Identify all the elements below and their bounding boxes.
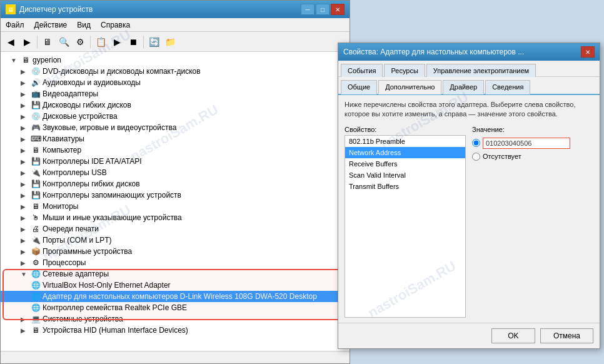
tree-item-system[interactable]: ▶ 💻 Системные устройства [1,313,350,325]
prop-network-address[interactable]: Network Address [345,147,465,158]
menu-file[interactable]: Файл [1,19,29,30]
expand-icon[interactable]: ▶ [21,226,31,233]
tab-resources[interactable]: Ресурсы [384,64,425,77]
usb-icon: 🔌 [31,168,41,178]
expand-icon[interactable]: ▶ [21,158,31,165]
expand-icon[interactable]: ▶ [21,260,31,266]
tree-item-monitors[interactable]: ▶ 🖥 Мониторы [1,201,350,212]
tree-item-root[interactable]: ▼ 🖥 gyperion [1,54,350,66]
tree-item-sound[interactable]: ▶ 🎮 Звуковые, игровые и видеоустройства [1,122,350,133]
property-column-label: Свойство: [345,126,466,133]
radio-present[interactable] [472,139,480,147]
tab-details[interactable]: Сведения [485,80,530,94]
tree-item-audio[interactable]: ▶ 🔊 Аудиовходы и аудиовыходы [1,77,350,88]
tree-item-virtualbox[interactable]: 🌐 VirtualBox Host-Only Ethernet Adapter [1,280,350,291]
tree-item-keyboard[interactable]: ▶ ⌨ Клавиатуры [1,133,350,144]
tree-item-ports[interactable]: ▶ 🔌 Порты (COM и LPT) [1,235,350,246]
expand-icon[interactable]: ▼ [21,271,31,278]
expand-icon[interactable]: ▶ [21,124,31,131]
expand-icon[interactable]: ▶ [21,102,31,109]
tree-item-print[interactable]: ▶ 🖨 Очереди печати [1,223,350,235]
dialog-close-button[interactable]: ✕ [581,46,595,58]
tree-item-software[interactable]: ▶ 📦 Программные устройства [1,246,350,257]
tree-item-hid[interactable]: ▶ 🖥 Устройства HID (Human Interface Devi… [1,325,350,336]
main-window: 🖥 Диспетчер устройств ─ □ ✕ Файл Действи… [0,0,350,364]
expand-icon[interactable]: ▶ [21,215,31,221]
tree-item-video[interactable]: ▶ 📺 Видеоадаптеры [1,88,350,99]
maximize-button[interactable]: □ [316,4,330,15]
tree-item-usb[interactable]: ▶ 🔌 Контроллеры USB [1,167,350,178]
tree-item-floppy[interactable]: ▶ 💾 Дисководы гибких дисков [1,99,350,111]
prop-transmit[interactable]: Transmit Buffers [345,181,465,192]
tab-driver[interactable]: Драйвер [443,80,484,94]
title-bar-buttons: ─ □ ✕ [301,4,345,15]
keyboard-label: Клавиатуры [43,134,84,143]
expand-icon[interactable]: ▶ [21,68,31,75]
menu-view[interactable]: Вид [72,19,96,30]
expand-icon[interactable]: ▶ [21,327,31,334]
toolbar-btn-2[interactable]: 🔍 [56,34,71,49]
expand-icon[interactable]: ▶ [21,169,31,176]
prop-receive[interactable]: Receive Buffers [345,158,465,169]
computer-icon: 🖥 [21,55,31,65]
toolbar-btn-6[interactable]: ⏹ [126,34,141,49]
expand-icon[interactable]: ▼ [11,57,21,64]
expand-icon[interactable]: ▶ [21,316,31,323]
tree-item-dvd[interactable]: ▶ 💿 DVD-дисководы и дисководы компакт-ди… [1,66,350,77]
dialog-footer: OK Отмена [338,323,600,348]
tree-item-ide[interactable]: ▶ 💾 Контроллеры IDE ATA/ATAPI [1,156,350,167]
minimize-button[interactable]: ─ [301,4,315,15]
menu-action[interactable]: Действие [29,19,73,30]
tab-power[interactable]: Управление электропитанием [426,64,536,77]
expand-icon[interactable]: ▶ [21,203,31,210]
menu-help[interactable]: Справка [96,19,135,30]
device-tree[interactable]: ▼ 🖥 gyperion ▶ 💿 DVD-дисководы и дисково… [1,52,350,351]
network-icon: 🌐 [31,269,41,279]
tree-item-mouse[interactable]: ▶ 🖱 Мыши и иные указывающие устройства [1,212,350,223]
expand-icon[interactable]: ▶ [21,192,31,199]
cancel-button[interactable]: Отмена [540,328,593,343]
hid-label: Устройства HID (Human Interface Devices) [43,326,188,335]
tab-advanced[interactable]: Дополнительно [378,80,441,94]
expand-icon[interactable]: ▶ [21,79,31,86]
expand-icon[interactable]: ▶ [21,237,31,244]
software-icon: 📦 [31,246,41,256]
tree-item-disk[interactable]: ▶ 💿 Дисковые устройства [1,111,350,122]
expand-icon[interactable]: ▶ [21,181,31,188]
forward-button[interactable]: ▶ [19,34,34,49]
back-button[interactable]: ◀ [3,34,18,49]
separator-3 [143,36,144,48]
property-list[interactable]: 802.11b Preamble Network Address Receive… [345,135,466,318]
tree-item-storage[interactable]: ▶ 💾 Контроллеры запоминающих устройств [1,190,350,201]
tree-item-cpu[interactable]: ▶ ⚙ Процессоры [1,257,350,268]
expand-icon[interactable]: ▶ [21,248,31,255]
tree-item-floppy-ctrl[interactable]: ▶ 💾 Контроллеры гибких дисков [1,178,350,190]
tree-item-realtek[interactable]: 🌐 Контроллер семейства Realtek PCIe GBE [1,302,350,313]
toolbar-btn-8[interactable]: 📁 [163,34,178,49]
radio-absent[interactable] [472,153,480,161]
tree-item-dlink[interactable]: 🌐 Адаптер для настольных компьютеров D-L… [1,291,350,302]
expand-icon[interactable]: ▶ [21,136,31,143]
expand-icon[interactable]: ▶ [21,91,31,98]
close-button[interactable]: ✕ [331,4,345,15]
tab-general[interactable]: Общие [341,80,377,94]
toolbar-btn-5[interactable]: ▶ [109,34,124,49]
dialog-body: Ниже перечислены свойства этого адаптера… [338,95,600,323]
expand-icon[interactable]: ▶ [21,113,31,120]
value-input[interactable] [483,138,570,149]
ok-button[interactable]: OK [491,328,535,343]
toolbar-btn-3[interactable]: ⚙ [73,34,88,49]
toolbar-btn-1[interactable]: 🖥 [40,34,55,49]
toolbar-btn-7[interactable]: 🔄 [146,34,161,49]
root-label: gyperion [33,56,61,64]
storage-label: Контроллеры запоминающих устройств [43,191,181,200]
realtek-icon: 🌐 [31,303,41,313]
expand-icon[interactable]: ▶ [21,147,31,154]
prop-scan[interactable]: Scan Valid Interval [345,169,465,181]
prop-802[interactable]: 802.11b Preamble [345,136,465,147]
tree-item-computer[interactable]: ▶ 🖥 Компьютер [1,144,350,156]
tab-events[interactable]: События [341,64,383,77]
tree-item-network[interactable]: ▼ 🌐 Сетевые адаптеры [1,268,350,280]
storage-icon: 💾 [31,190,41,200]
toolbar-btn-4[interactable]: 📋 [93,34,108,49]
